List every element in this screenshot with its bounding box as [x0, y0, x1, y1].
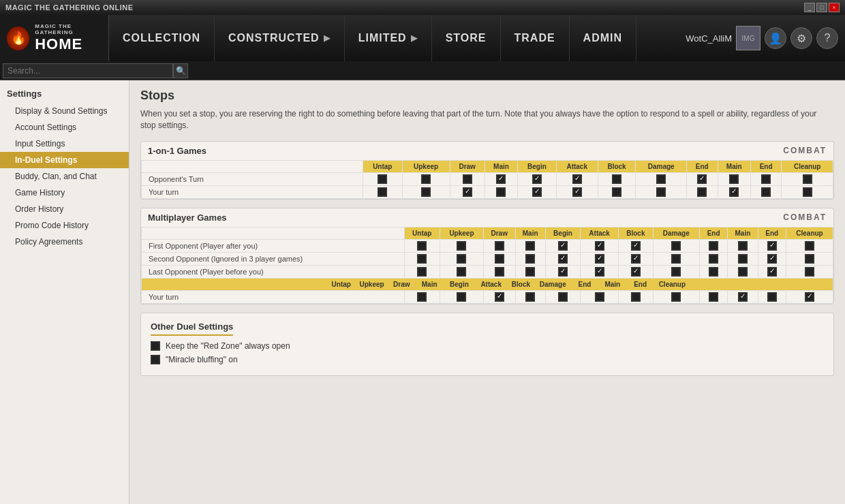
sp-main2[interactable]: [738, 254, 748, 264]
lp-damage[interactable]: [671, 267, 681, 277]
sidebar-header: Settings: [0, 86, 129, 103]
fp-draw[interactable]: [495, 241, 504, 251]
sidebar-item-input[interactable]: Input Settings: [0, 136, 129, 152]
opp-block-cb[interactable]: [612, 174, 621, 184]
nav-item-trade[interactable]: TRADE: [501, 15, 570, 61]
sidebar-item-buddy[interactable]: Buddy, Clan, and Chat: [0, 168, 129, 185]
lp-main1[interactable]: [525, 267, 535, 277]
search-input[interactable]: [3, 63, 173, 78]
mp-your-main2[interactable]: [738, 292, 748, 302]
your-main2-cb[interactable]: [729, 187, 739, 197]
fp-combatend[interactable]: [709, 241, 718, 251]
gear-icon-button[interactable]: ⚙: [790, 27, 812, 49]
mp-your-attack[interactable]: [595, 292, 604, 302]
your-attack-cb[interactable]: [572, 187, 582, 197]
fp-untap[interactable]: [417, 241, 427, 251]
lp-untap[interactable]: [417, 267, 427, 277]
sp-main1[interactable]: [525, 254, 535, 264]
help-icon-button[interactable]: ?: [816, 27, 838, 49]
nav-item-store[interactable]: STORE: [432, 15, 501, 61]
fp-cleanup[interactable]: [805, 241, 814, 251]
lp-cleanup[interactable]: [805, 267, 814, 277]
sp-block[interactable]: [631, 254, 641, 264]
fp-damage[interactable]: [671, 241, 681, 251]
opp-cleanup-cb[interactable]: [803, 174, 812, 184]
miracle-bluffing-setting: "Miracle bluffing" on: [151, 355, 824, 364]
sidebar-item-promo[interactable]: Promo Code History: [0, 217, 129, 234]
mp-your-combatend[interactable]: [709, 292, 718, 302]
your-end-cb[interactable]: [761, 187, 771, 197]
your-cleanup-cb[interactable]: [803, 187, 812, 197]
sp-end[interactable]: [767, 254, 777, 264]
sp-upkeep[interactable]: [457, 254, 466, 264]
nav-item-admin[interactable]: ADMIN: [570, 15, 636, 61]
fp-attack[interactable]: [595, 241, 604, 251]
opp-main1-cb[interactable]: [496, 174, 506, 184]
fp-main2[interactable]: [738, 241, 748, 251]
sidebar-item-display[interactable]: Display & Sound Settings: [0, 103, 129, 119]
mp-your-upkeep[interactable]: [457, 292, 466, 302]
red-zone-checkbox[interactable]: [151, 341, 160, 351]
sidebar-item-gamehistory[interactable]: Game History: [0, 185, 129, 201]
opp-damage-cb[interactable]: [656, 174, 666, 184]
opp-upkeep-cb[interactable]: [421, 174, 431, 184]
sidebar-item-orderhistory[interactable]: Order History: [0, 201, 129, 217]
sp-draw[interactable]: [495, 254, 504, 264]
fp-block[interactable]: [631, 241, 641, 251]
nav-item-collection[interactable]: COLLECTION: [109, 15, 215, 61]
lp-end[interactable]: [767, 267, 777, 277]
sp-untap[interactable]: [417, 254, 427, 264]
opp-attack-cb[interactable]: [572, 174, 582, 184]
miracle-bluffing-checkbox[interactable]: [151, 355, 160, 364]
sp-cleanup[interactable]: [805, 254, 814, 264]
opp-end-cb[interactable]: [761, 174, 771, 184]
opp-begin-cb[interactable]: [532, 174, 542, 184]
lp-block[interactable]: [631, 267, 641, 277]
person-icon-button[interactable]: 👤: [765, 27, 786, 49]
lp-attack[interactable]: [595, 267, 604, 277]
mp-your-block[interactable]: [631, 292, 641, 302]
sidebar-item-account[interactable]: Account Settings: [0, 119, 129, 136]
opp-draw-cb[interactable]: [463, 174, 472, 184]
lp-main2[interactable]: [738, 267, 748, 277]
fp-end[interactable]: [767, 241, 777, 251]
maximize-button[interactable]: □: [816, 3, 827, 12]
opp-main2-cb[interactable]: [729, 174, 739, 184]
your-block-cb[interactable]: [612, 187, 621, 197]
lp-upkeep[interactable]: [457, 267, 466, 277]
mp-your-cleanup[interactable]: [805, 292, 814, 302]
sidebar-item-induel[interactable]: In-Duel Settings: [0, 152, 129, 168]
close-button[interactable]: ×: [829, 3, 840, 12]
your-upkeep-cb[interactable]: [421, 187, 431, 197]
lp-begin[interactable]: [558, 267, 568, 277]
sp-begin[interactable]: [558, 254, 568, 264]
fp-upkeep[interactable]: [457, 241, 466, 251]
minimize-button[interactable]: _: [804, 3, 815, 12]
sidebar-item-policy[interactable]: Policy Agreements: [0, 234, 129, 250]
sp-attack[interactable]: [595, 254, 604, 264]
nav-item-constructed[interactable]: CONSTRUCTED ▶: [215, 15, 345, 61]
username: WotC_AlliM: [686, 33, 732, 44]
your-combatend-cb[interactable]: [697, 187, 707, 197]
sp-combatend[interactable]: [709, 254, 718, 264]
your-draw-cb[interactable]: [463, 187, 472, 197]
your-untap-cb[interactable]: [378, 187, 387, 197]
nav-item-limited[interactable]: LIMITED ▶: [345, 15, 432, 61]
your-damage-cb[interactable]: [656, 187, 666, 197]
mp-your-main1[interactable]: [525, 292, 535, 302]
search-button[interactable]: 🔍: [173, 63, 188, 78]
mp-your-untap[interactable]: [417, 292, 427, 302]
your-begin-cb[interactable]: [532, 187, 542, 197]
mp-your-damage[interactable]: [671, 292, 681, 302]
opp-untap-cb[interactable]: [378, 174, 387, 184]
your-main1-cb[interactable]: [496, 187, 506, 197]
mp-your-draw[interactable]: [495, 292, 504, 302]
lp-combatend[interactable]: [709, 267, 718, 277]
opp-combatend-cb[interactable]: [697, 174, 707, 184]
fp-begin[interactable]: [558, 241, 568, 251]
sp-damage[interactable]: [671, 254, 681, 264]
lp-draw[interactable]: [495, 267, 504, 277]
mp-your-end[interactable]: [767, 292, 777, 302]
fp-main1[interactable]: [525, 241, 535, 251]
mp-your-begin[interactable]: [558, 292, 568, 302]
